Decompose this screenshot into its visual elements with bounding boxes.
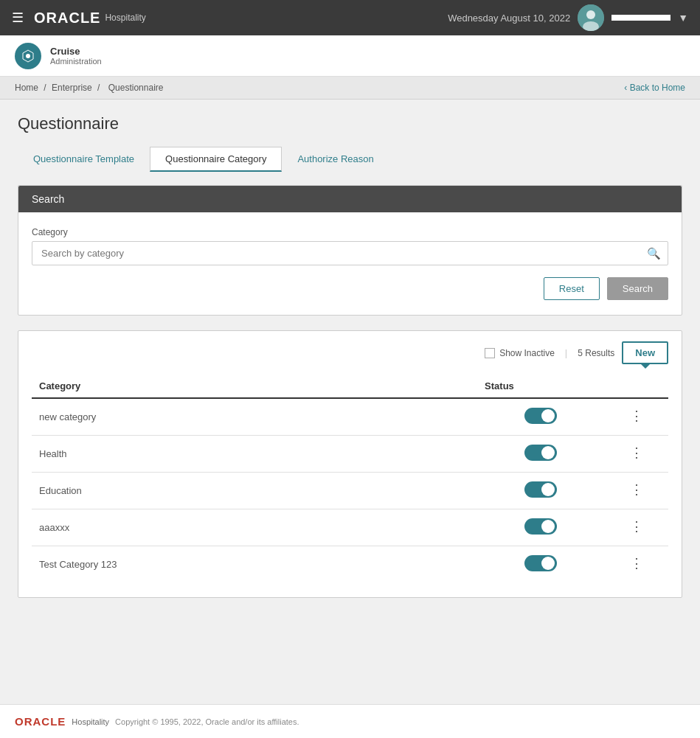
row-status: [477, 473, 605, 509]
back-to-home-link[interactable]: Back to Home: [624, 83, 685, 93]
row-menu-icon[interactable]: ⋮: [628, 408, 645, 424]
row-status: [477, 436, 605, 473]
table-header-row: Category Status: [32, 375, 668, 398]
col-header-category: Category: [32, 375, 477, 398]
svg-point-1: [586, 10, 595, 19]
breadcrumb-bar: Home / Enterprise / Questionnaire Back t…: [0, 77, 700, 100]
status-toggle[interactable]: [524, 518, 557, 535]
avatar[interactable]: [578, 4, 604, 31]
table-header: Category Status: [32, 375, 668, 398]
results-panel: Show Inactive | 5 Results New Category S…: [18, 330, 682, 598]
show-inactive-checkbox[interactable]: [485, 348, 495, 358]
dropdown-arrow-icon[interactable]: ▼: [678, 12, 688, 24]
page-content: Questionnaire Questionnaire Template Que…: [0, 100, 700, 613]
show-inactive-label: Show Inactive: [499, 348, 555, 358]
breadcrumb: Home / Enterprise / Questionnaire: [15, 83, 166, 93]
row-actions: ⋮: [605, 473, 668, 509]
table-row: Test Category 123⋮: [32, 546, 668, 583]
results-count: 5 Results: [578, 348, 614, 358]
results-table: Category Status new category⋮Health⋮Educ…: [32, 375, 668, 582]
tabs-bar: Questionnaire Template Questionnaire Cat…: [18, 147, 682, 172]
oracle-hospitality-label: Hospitality: [105, 13, 145, 23]
row-category: Health: [32, 436, 477, 473]
reset-button[interactable]: Reset: [544, 277, 600, 300]
row-category: new category: [32, 398, 477, 436]
module-title-group: Cruise Administration: [50, 46, 102, 66]
row-menu-icon[interactable]: ⋮: [628, 555, 645, 571]
table-body: new category⋮Health⋮Education⋮aaaxxx⋮Tes…: [32, 398, 668, 582]
results-toolbar: Show Inactive | 5 Results New: [32, 341, 668, 364]
row-category: Test Category 123: [32, 546, 477, 583]
page-title: Questionnaire: [18, 114, 682, 133]
row-actions: ⋮: [605, 398, 668, 436]
breadcrumb-sep1: /: [44, 83, 49, 93]
search-panel-body: Category 🔍 Reset Search: [18, 212, 682, 315]
footer-hospitality-text: Hospitality: [72, 717, 109, 726]
module-title: Cruise: [50, 46, 102, 57]
footer-copyright: Copyright © 1995, 2022, Oracle and/or it…: [115, 717, 299, 726]
category-form-group: Category 🔍: [32, 227, 668, 265]
search-input[interactable]: [32, 241, 668, 265]
search-button[interactable]: Search: [607, 277, 668, 300]
show-inactive-wrap: Show Inactive: [485, 348, 555, 358]
row-status: [477, 509, 605, 546]
row-status: [477, 398, 605, 436]
row-actions: ⋮: [605, 436, 668, 473]
status-toggle[interactable]: [524, 481, 557, 498]
row-category: aaaxxx: [32, 509, 477, 546]
search-input-wrap: 🔍: [32, 241, 668, 265]
sub-header: Cruise Administration: [0, 35, 700, 77]
breadcrumb-sep2: /: [97, 83, 103, 93]
search-icon: 🔍: [647, 247, 661, 260]
top-navbar: ☰ ORACLE Hospitality Wednesday August 10…: [0, 0, 700, 35]
nav-left: ☰ ORACLE Hospitality: [12, 10, 146, 27]
status-toggle[interactable]: [524, 555, 557, 571]
col-header-actions: [605, 375, 668, 398]
search-actions: Reset Search: [32, 277, 668, 300]
nav-right: Wednesday August 10, 2022 ▼: [448, 4, 688, 31]
breadcrumb-home[interactable]: Home: [15, 83, 38, 93]
row-actions: ⋮: [605, 509, 668, 546]
nav-date: Wednesday August 10, 2022: [448, 13, 570, 24]
breadcrumb-enterprise[interactable]: Enterprise: [52, 83, 92, 93]
footer: ORACLE Hospitality Copyright © 1995, 202…: [0, 704, 700, 738]
tab-questionnaire-template[interactable]: Questionnaire Template: [18, 147, 150, 172]
table-row: new category⋮: [32, 398, 668, 436]
row-menu-icon[interactable]: ⋮: [628, 481, 645, 498]
module-subtitle: Administration: [50, 57, 102, 66]
tab-questionnaire-category[interactable]: Questionnaire Category: [150, 147, 282, 172]
row-status: [477, 546, 605, 583]
new-button[interactable]: New: [622, 341, 668, 364]
category-label: Category: [32, 227, 668, 237]
module-icon: [15, 43, 41, 69]
oracle-text: ORACLE: [34, 10, 100, 27]
search-panel-header: Search: [18, 186, 682, 212]
footer-oracle-text: ORACLE: [15, 715, 66, 728]
tab-authorize-reason[interactable]: Authorize Reason: [282, 147, 389, 172]
row-menu-icon[interactable]: ⋮: [628, 518, 645, 535]
table-row: Health⋮: [32, 436, 668, 473]
svg-point-3: [26, 54, 30, 58]
oracle-logo: ORACLE Hospitality: [34, 10, 146, 27]
row-actions: ⋮: [605, 546, 668, 583]
hamburger-icon[interactable]: ☰: [12, 10, 24, 26]
divider: |: [565, 347, 567, 358]
row-menu-icon[interactable]: ⋮: [628, 445, 645, 461]
user-name-display: [611, 15, 670, 21]
search-panel: Search Category 🔍 Reset Search: [18, 185, 682, 316]
table-row: Education⋮: [32, 473, 668, 509]
status-toggle[interactable]: [524, 445, 557, 461]
status-toggle[interactable]: [524, 408, 557, 424]
table-row: aaaxxx⋮: [32, 509, 668, 546]
col-header-status: Status: [477, 375, 605, 398]
row-category: Education: [32, 473, 477, 509]
breadcrumb-current: Questionnaire: [108, 83, 164, 93]
